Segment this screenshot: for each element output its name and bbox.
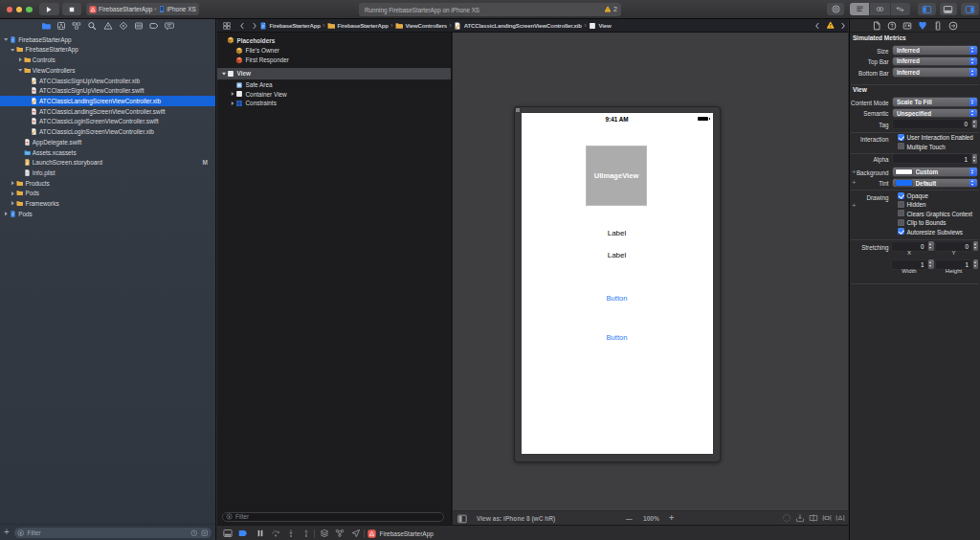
popup-button-Unspecified[interactable]: Unspecified xyxy=(893,109,977,118)
scm-status-filter-icon[interactable] xyxy=(201,529,209,537)
file-row-ATCClassicSignUpViewController.swift[interactable]: ATCClassicSignUpViewController.swift xyxy=(0,85,215,96)
file-row-ViewControllers[interactable]: ViewControllers xyxy=(0,65,215,76)
disclosure-closed-icon[interactable] xyxy=(229,101,235,106)
file-row-Pods[interactable]: Pods xyxy=(0,189,215,199)
navigator-tab-find-navigator[interactable] xyxy=(87,21,97,31)
uibutton-2[interactable]: Button xyxy=(522,333,713,342)
zoom-window-button[interactable] xyxy=(26,7,33,13)
resolve-button[interactable] xyxy=(835,513,845,523)
crumb-FirebaseStarterApp[interactable]: FirebaseStarterApp xyxy=(259,22,321,30)
stepper[interactable] xyxy=(972,120,978,129)
disclosure-closed-icon[interactable] xyxy=(229,91,235,97)
checkbox-Hidden[interactable] xyxy=(898,201,904,208)
popup-button-Default[interactable]: Default xyxy=(893,179,977,188)
file-row-ATCClassicLandingScreenViewController.xib[interactable]: ATCClassicLandingScreenViewController.xi… xyxy=(0,96,215,106)
simulate-location-button[interactable] xyxy=(351,526,361,540)
jump-forward-button[interactable] xyxy=(251,22,258,30)
root-view[interactable]: 9:41 AM UIImageView Label Label Button B… xyxy=(522,113,713,454)
uibutton-1[interactable]: Button xyxy=(522,294,713,303)
navigator-tab-report-navigator[interactable] xyxy=(165,21,174,31)
file-row-Assets.xcassets[interactable]: Assets.xcassets xyxy=(0,147,215,158)
file-row-Controls[interactable]: Controls xyxy=(0,55,215,65)
outline-filter-field[interactable]: Filter xyxy=(222,512,444,523)
debug-area-toggle-button[interactable] xyxy=(223,526,233,540)
view-as-label[interactable]: View as: iPhone 8 (wC hR) xyxy=(477,515,555,522)
popup-button-Inferred[interactable]: Inferred xyxy=(893,68,977,77)
embed-stack-button[interactable] xyxy=(795,513,805,523)
navigator-tab-symbol-navigator[interactable] xyxy=(72,21,81,31)
toggle-inspector-panel-button[interactable] xyxy=(961,3,979,15)
add-button[interactable]: + xyxy=(4,527,10,537)
disclosure-closed-icon[interactable] xyxy=(2,211,10,217)
navigator-tab-test-navigator[interactable] xyxy=(119,21,128,31)
outline-row-Constraints[interactable]: Constraints xyxy=(217,99,451,109)
minimize-window-button[interactable] xyxy=(16,7,23,13)
disclosure-closed-icon[interactable] xyxy=(10,191,17,197)
checkbox-Clip to Bounds[interactable] xyxy=(898,219,904,226)
outline-row-Placeholders[interactable]: Placeholders xyxy=(217,35,451,46)
text-field[interactable]: 0 xyxy=(893,120,970,128)
popup-button-Inferred[interactable]: Inferred xyxy=(893,57,977,66)
toggle-debug-panel-button[interactable] xyxy=(940,3,958,15)
file-row-ATCClassicLandingScreenViewController.swift[interactable]: ATCClassicLandingScreenViewController.sw… xyxy=(0,106,215,117)
navigator-tab-issue-navigator[interactable] xyxy=(103,21,113,31)
file-row-LaunchScreen.storyboard[interactable]: LaunchScreen.storyboardM xyxy=(0,157,215,168)
disclosure-open-icon[interactable] xyxy=(2,36,10,43)
checkbox-User Interaction Enabled[interactable] xyxy=(898,134,904,141)
navigator-tab-project-navigator[interactable] xyxy=(41,21,51,31)
file-row-FirebaseStarterApp[interactable]: FirebaseStarterApp xyxy=(0,34,215,45)
pin-button[interactable] xyxy=(822,513,832,523)
update-frames-button[interactable] xyxy=(782,513,791,523)
debug-process-selector[interactable]: FirebaseStarterApp xyxy=(368,526,434,540)
navigator-tab-breakpoint-navigator[interactable] xyxy=(149,21,159,31)
outline-row-View[interactable]: View xyxy=(217,68,451,79)
uilabel-2[interactable]: Label xyxy=(522,251,713,259)
file-row-Products[interactable]: Products xyxy=(0,178,215,189)
outline-row-First Responder[interactable]: First Responder xyxy=(217,55,451,65)
document-outline-toggle[interactable] xyxy=(457,514,467,524)
crumb-ATCClassicLandingScreenViewController.xib[interactable]: ATCClassicLandingScreenViewController.xi… xyxy=(454,22,582,30)
library-button[interactable] xyxy=(827,3,844,15)
navigator-tab-source-control-navigator[interactable] xyxy=(56,21,66,31)
popup-button-Inferred[interactable]: Inferred xyxy=(893,46,977,55)
disclosure-open-icon[interactable] xyxy=(10,47,17,54)
zoom-in-button[interactable]: + xyxy=(669,513,674,523)
file-row-ATCClassicLoginScreenViewController.xib[interactable]: ATCClassicLoginScreenViewController.xib xyxy=(0,126,215,137)
popup-button-Scale To Fill[interactable]: Scale To Fill xyxy=(893,98,977,106)
disclosure-closed-icon[interactable] xyxy=(10,200,17,207)
uilabel-1[interactable]: Label xyxy=(522,229,713,237)
close-window-button[interactable] xyxy=(7,7,13,13)
text-field[interactable]: 1 xyxy=(893,154,970,163)
crumb-FirebaseStarterApp[interactable]: FirebaseStarterApp xyxy=(327,22,389,30)
checkbox-Opaque[interactable] xyxy=(898,192,904,199)
file-row-Frameworks[interactable]: Frameworks xyxy=(0,198,215,209)
step-out-button[interactable] xyxy=(301,526,311,540)
align-button[interactable] xyxy=(809,513,818,523)
debug-view-hierarchy-button[interactable] xyxy=(320,526,329,540)
warning-triangle-icon[interactable] xyxy=(604,6,612,13)
file-row-ATCClassicSignUpViewController.xib[interactable]: ATCClassicSignUpViewController.xib xyxy=(0,76,215,86)
version-editor-button[interactable] xyxy=(891,3,910,15)
issue-warning-icon[interactable] xyxy=(826,21,835,31)
uiimageview[interactable]: UIImageView xyxy=(586,146,647,206)
standard-editor-button[interactable] xyxy=(850,3,869,15)
debug-memory-graph-button[interactable] xyxy=(335,526,345,540)
stop-button[interactable] xyxy=(62,3,82,15)
step-over-button[interactable] xyxy=(271,526,280,540)
checkbox-Clears Graphics Context[interactable] xyxy=(898,210,904,216)
file-row-Info.plist[interactable]: Info.plist xyxy=(0,168,215,178)
related-items-button[interactable] xyxy=(223,22,231,30)
view-controller-canvas[interactable]: 9:41 AM UIImageView Label Label Button B… xyxy=(514,106,721,462)
file-row-ATCClassicLoginScreenViewController.swift[interactable]: ATCClassicLoginScreenViewController.swif… xyxy=(0,117,215,127)
navigator-filter-field[interactable]: Filter xyxy=(14,528,212,538)
previous-issue-button[interactable] xyxy=(813,22,821,30)
warning-count[interactable]: 2 xyxy=(613,6,617,12)
step-into-button[interactable] xyxy=(286,526,296,540)
popup-button-Custom[interactable]: Custom xyxy=(893,168,977,176)
disclosure-open-icon[interactable] xyxy=(16,67,24,74)
disclosure-open-icon[interactable] xyxy=(220,71,227,77)
checkbox-Multiple Touch[interactable] xyxy=(898,143,904,149)
crumb-View[interactable]: View xyxy=(589,22,612,30)
zoom-out-button[interactable]: — xyxy=(626,515,633,522)
file-row-AppDelegate.swift[interactable]: AppDelegate.swift xyxy=(0,137,215,147)
